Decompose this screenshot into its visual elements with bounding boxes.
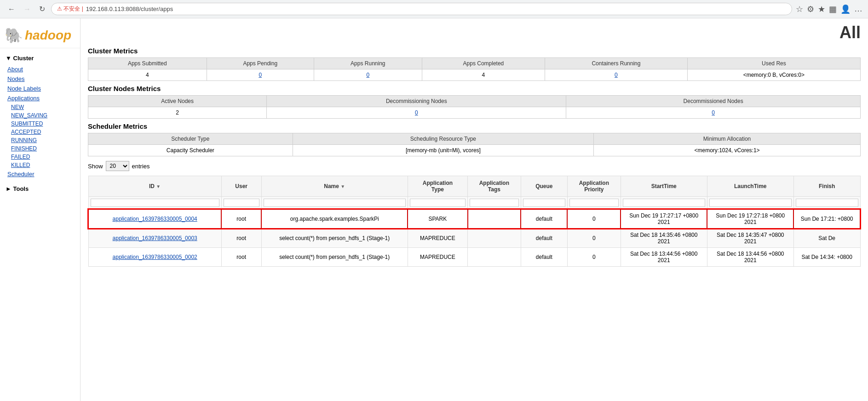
filter-id[interactable]	[91, 199, 219, 207]
sort-name-icon[interactable]: ▼	[340, 184, 345, 189]
tools-arrow: ►	[6, 185, 11, 192]
val-scheduler-type: Capacity Scheduler	[88, 145, 293, 156]
sidebar-item-accepted[interactable]: ACCEPTED	[0, 128, 80, 136]
sidebar-item-submitted[interactable]: SUBMITTED	[0, 120, 80, 128]
col-decommissioning-nodes: Decommissioning Nodes	[267, 96, 566, 107]
cell-type-2: MAPREDUCE	[408, 229, 467, 248]
val-scheduling-resource-type: [memory-mb (unit=Mi), vcores]	[293, 145, 593, 156]
sidebar-item-finished[interactable]: FINISHED	[0, 144, 80, 153]
cell-name-3: select count(*) from person_hdfs_1 (Stag…	[261, 248, 408, 267]
scheduler-metrics-title: Scheduler Metrics	[88, 122, 861, 130]
bookmark-icon[interactable]: ☆	[796, 4, 803, 14]
table-row: application_1639786330005_0002 root sele…	[88, 248, 860, 267]
val-decommissioned-nodes: 0	[566, 107, 861, 119]
cell-user-3: root	[221, 248, 261, 267]
address-bar[interactable]: ⚠ 不安全 | 192.168.0.113:8088/cluster/apps	[51, 3, 792, 15]
sidebar-item-about[interactable]: About	[0, 64, 80, 74]
sidebar-item-running[interactable]: RUNNING	[0, 136, 80, 144]
app-id-link-1[interactable]: application_1639786330005_0004	[113, 216, 197, 222]
cluster-arrow: ▼	[6, 55, 11, 62]
cluster-nodes-table: Active Nodes Decommissioning Nodes Decom…	[88, 95, 861, 119]
col-scheduling-resource-type: Scheduling Resource Type	[293, 133, 593, 145]
tools-section[interactable]: ► Tools	[0, 183, 80, 195]
th-user[interactable]: User	[221, 176, 261, 197]
th-start-time[interactable]: StartTime	[621, 176, 707, 197]
sidebar-item-killed[interactable]: KILLED	[0, 161, 80, 169]
th-launch-time[interactable]: LaunchTime	[707, 176, 793, 197]
cell-id-3: application_1639786330005_0002	[88, 248, 221, 267]
app-id-link-2[interactable]: application_1639786330005_0003	[113, 235, 197, 241]
applications-table: ID ▼ User Name ▼ ApplicationType Applica…	[88, 176, 861, 267]
sidebar-item-node-labels[interactable]: Node Labels	[0, 84, 80, 93]
val-apps-submitted: 4	[88, 69, 207, 81]
cell-type-3: MAPREDUCE	[408, 248, 467, 267]
th-priority[interactable]: ApplicationPriority	[567, 176, 621, 197]
reload-button[interactable]: ↻	[37, 4, 47, 14]
extensions-icon[interactable]: ⚙	[807, 4, 814, 14]
cell-queue-2: default	[521, 229, 567, 248]
sidebar-item-applications[interactable]: Applications	[0, 93, 80, 103]
col-containers-running: Containers Running	[545, 58, 688, 69]
entries-select[interactable]: 10 20 25 50 100	[106, 161, 129, 171]
filter-user[interactable]	[224, 199, 259, 207]
filter-tags[interactable]	[470, 199, 519, 207]
col-minimum-allocation: Minimum Allocation	[594, 133, 861, 145]
th-name[interactable]: Name ▼	[261, 176, 408, 197]
tab-icon[interactable]: ▦	[829, 4, 837, 14]
cell-tags-2	[468, 229, 521, 248]
back-button[interactable]: ←	[6, 4, 17, 14]
cell-name-2: select count(*) from person_hdfs_1 (Stag…	[261, 229, 408, 248]
cell-tags-1	[468, 209, 521, 229]
cell-name-1: org.apache.spark.examples.SparkPi	[261, 209, 408, 229]
sidebar-item-new-saving[interactable]: NEW_SAVING	[0, 111, 80, 120]
sidebar: 🐘 hadoop ▼ Cluster About Nodes Node Labe…	[0, 18, 80, 401]
cell-finish-1: Sun De 17:21: +0800	[793, 209, 860, 229]
browser-bar: ← → ↻ ⚠ 不安全 | 192.168.0.113:8088/cluster…	[0, 0, 868, 18]
th-queue[interactable]: Queue	[521, 176, 567, 197]
cell-finish-2: Sat De	[793, 229, 860, 248]
cell-user-1: root	[221, 209, 261, 229]
sidebar-item-new[interactable]: NEW	[0, 103, 80, 111]
th-app-type[interactable]: ApplicationType	[408, 176, 467, 197]
filter-finish[interactable]	[796, 199, 858, 207]
val-apps-running: 0	[314, 69, 422, 81]
th-app-tags[interactable]: ApplicationTags	[468, 176, 521, 197]
url-text: 192.168.0.113:8088/cluster/apps	[86, 6, 786, 12]
browser-actions: ☆ ⚙ ★ ▦ 👤 …	[796, 4, 862, 14]
cell-launch-2: Sat Dec 18 14:35:47 +0800 2021	[707, 229, 793, 248]
th-id[interactable]: ID ▼	[88, 176, 221, 197]
filter-queue[interactable]	[523, 199, 565, 207]
filter-name[interactable]	[264, 199, 406, 207]
cell-priority-3: 0	[567, 248, 621, 267]
sidebar-item-failed[interactable]: FAILED	[0, 153, 80, 161]
sidebar-item-nodes[interactable]: Nodes	[0, 74, 80, 84]
user-icon[interactable]: 👤	[840, 4, 851, 14]
app-id-link-3[interactable]: application_1639786330005_0002	[113, 254, 197, 260]
filter-type[interactable]	[410, 199, 466, 207]
forward-button[interactable]: →	[21, 4, 33, 14]
col-scheduler-type: Scheduler Type	[88, 133, 293, 145]
scheduler-metrics-table: Scheduler Type Scheduling Resource Type …	[88, 133, 861, 156]
cell-queue-1: default	[521, 209, 567, 229]
cell-queue-3: default	[521, 248, 567, 267]
menu-icon[interactable]: …	[854, 4, 862, 14]
val-apps-completed: 4	[422, 69, 545, 81]
filter-start[interactable]	[623, 199, 705, 207]
cell-priority-2: 0	[567, 229, 621, 248]
filter-launch[interactable]	[709, 199, 792, 207]
favorites-icon[interactable]: ★	[818, 4, 825, 14]
sidebar-item-scheduler[interactable]: Scheduler	[0, 169, 80, 179]
hadoop-logo: 🐘 hadoop	[5, 27, 75, 44]
cluster-section[interactable]: ▼ Cluster	[0, 52, 80, 64]
filter-priority[interactable]	[569, 199, 619, 207]
cell-priority-1: 0	[567, 209, 621, 229]
page-all-title: All	[88, 23, 861, 42]
cell-start-1: Sun Dec 19 17:27:17 +0800 2021	[621, 209, 707, 229]
cluster-metrics-table: Apps Submitted Apps Pending Apps Running…	[88, 57, 861, 81]
sort-id-icon[interactable]: ▼	[156, 184, 161, 189]
col-apps-completed: Apps Completed	[422, 58, 545, 69]
cell-type-1: SPARK	[408, 209, 467, 229]
cell-start-3: Sat Dec 18 13:44:56 +0800 2021	[621, 248, 707, 267]
th-finish[interactable]: Finish	[793, 176, 860, 197]
main-content: All Cluster Metrics Apps Submitted Apps …	[80, 18, 868, 401]
